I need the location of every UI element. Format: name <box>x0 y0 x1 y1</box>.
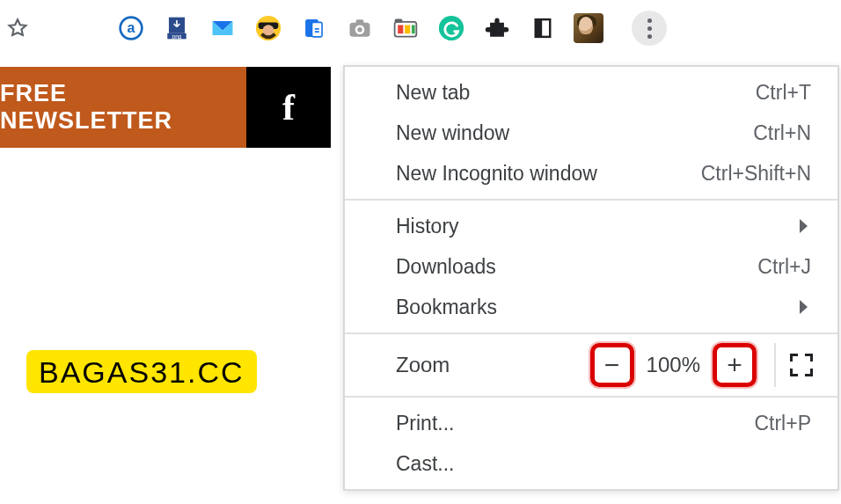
reading-list-icon[interactable] <box>528 13 558 43</box>
profile-avatar[interactable] <box>574 13 603 43</box>
inbox-mail-icon[interactable] <box>208 13 238 43</box>
new-incognito-label: New Incognito window <box>396 162 597 186</box>
amazon-assistant-icon[interactable]: a <box>116 13 146 43</box>
svg-rect-15 <box>395 18 403 22</box>
new-tab-label: New tab <box>396 81 470 105</box>
menu-item-downloads[interactable]: Downloads Ctrl+J <box>345 246 837 287</box>
svg-rect-11 <box>356 19 364 24</box>
svg-point-13 <box>357 27 362 32</box>
downloads-label: Downloads <box>396 255 496 279</box>
extension-icons-row: a png <box>70 11 677 46</box>
menu-item-history[interactable]: History <box>345 206 837 246</box>
menu-item-new-incognito[interactable]: New Incognito window Ctrl+Shift+N <box>345 153 837 194</box>
buddy-avatar-icon[interactable] <box>253 13 283 43</box>
save-to-pocket-icon[interactable] <box>299 13 329 43</box>
fullscreen-icon <box>790 354 813 376</box>
zoom-out-button[interactable]: − <box>590 343 634 387</box>
menu-item-print[interactable]: Print... Ctrl+P <box>345 403 837 443</box>
svg-rect-16 <box>398 25 403 33</box>
bookmark-star-icon[interactable] <box>5 16 30 40</box>
png-download-icon[interactable]: png <box>162 13 192 43</box>
svg-rect-17 <box>405 25 410 33</box>
new-window-label: New window <box>396 121 509 145</box>
history-label: History <box>396 215 459 238</box>
svg-text:png: png <box>172 33 182 40</box>
tab-snooze-icon[interactable] <box>391 13 420 43</box>
menu-item-new-window[interactable]: New window Ctrl+N <box>345 113 837 153</box>
facebook-button[interactable]: f <box>246 67 331 148</box>
new-incognito-shortcut: Ctrl+Shift+N <box>701 162 811 186</box>
menu-section-history: History Downloads Ctrl+J Bookmarks <box>345 201 837 334</box>
watermark-badge: BAGAS31.CC <box>26 350 257 393</box>
menu-item-cast[interactable]: Cast... <box>345 443 837 484</box>
zoom-in-button[interactable]: + <box>713 343 757 387</box>
print-label: Print... <box>396 412 454 435</box>
zoom-controls: − 100% + <box>590 343 827 387</box>
menu-item-new-tab[interactable]: New tab Ctrl+T <box>345 72 837 113</box>
zoom-label: Zoom <box>396 353 590 377</box>
browser-toolbar: a png <box>0 0 841 56</box>
minus-icon: − <box>604 352 620 378</box>
new-tab-shortcut: Ctrl+T <box>756 81 811 105</box>
camera-screenshot-icon[interactable] <box>345 13 375 43</box>
newsletter-label: FREE NEWSLETTER <box>0 80 246 135</box>
free-newsletter-banner[interactable]: FREE NEWSLETTER <box>0 67 246 148</box>
menu-item-zoom: Zoom − 100% + <box>345 334 837 398</box>
cast-label: Cast... <box>396 452 454 476</box>
downloads-shortcut: Ctrl+J <box>757 255 811 279</box>
chrome-main-menu: New tab Ctrl+T New window Ctrl+N New Inc… <box>343 65 839 491</box>
grammarly-icon[interactable] <box>436 13 466 43</box>
menu-section-windows: New tab Ctrl+T New window Ctrl+N New Inc… <box>345 67 837 201</box>
svg-rect-18 <box>412 25 415 33</box>
zoom-percentage: 100% <box>641 353 706 377</box>
facebook-icon: f <box>282 86 295 128</box>
plus-icon: + <box>727 352 742 378</box>
menu-section-print: Print... Ctrl+P Cast... <box>345 398 837 489</box>
submenu-arrow-icon <box>800 219 808 233</box>
fullscreen-button[interactable] <box>774 343 827 387</box>
print-shortcut: Ctrl+P <box>754 412 811 435</box>
menu-item-bookmarks[interactable]: Bookmarks <box>345 287 837 327</box>
new-window-shortcut: Ctrl+N <box>753 121 811 145</box>
bookmarks-label: Bookmarks <box>396 296 497 319</box>
svg-rect-21 <box>536 19 542 37</box>
extensions-puzzle-icon[interactable] <box>482 13 512 43</box>
submenu-arrow-icon <box>800 300 808 314</box>
blank-extension-icon[interactable] <box>70 13 100 43</box>
svg-rect-9 <box>312 22 323 36</box>
kebab-menu-button[interactable] <box>632 11 667 46</box>
svg-text:a: a <box>128 20 135 35</box>
